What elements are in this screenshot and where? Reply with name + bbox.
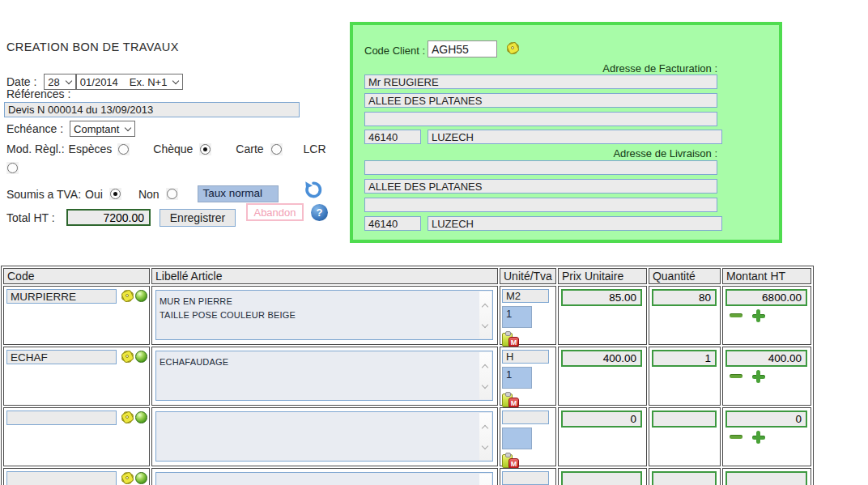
radio-tva-non[interactable]	[166, 188, 178, 200]
help-icon[interactable]: ?	[311, 204, 328, 221]
taux-select[interactable]: Taux normal	[198, 185, 279, 202]
tva-select[interactable]: 1	[502, 367, 532, 389]
scroll-up-icon[interactable]	[482, 425, 488, 432]
unite-input[interactable]	[502, 289, 549, 303]
quantite-input[interactable]	[652, 471, 717, 485]
radio-tva-oui[interactable]	[109, 188, 121, 200]
scroll-up-icon[interactable]	[482, 364, 488, 371]
prix-unitaire-input[interactable]	[561, 289, 642, 306]
tarif-m-icon[interactable]: M	[502, 391, 521, 409]
table-row: M	[3, 407, 811, 466]
montant-input[interactable]	[725, 289, 807, 306]
libelle-textarea[interactable]	[156, 473, 479, 485]
radio-carte[interactable]	[270, 143, 283, 155]
echeance-label: Echéance :	[6, 122, 63, 135]
facturation-city-input[interactable]	[428, 130, 722, 144]
code-input[interactable]	[6, 350, 117, 364]
libelle-field[interactable]	[155, 472, 493, 485]
code-input[interactable]	[6, 411, 117, 425]
code-input[interactable]	[6, 471, 117, 485]
header-quantite: Quantité	[649, 268, 721, 284]
gear-icon[interactable]	[506, 41, 520, 55]
table-row: ECHAFAUDAGE 1 M	[3, 347, 811, 406]
radio-especes[interactable]	[117, 143, 130, 155]
page-title: CREATION BON DE TRAVAUX	[6, 40, 179, 53]
gear-icon[interactable]	[121, 411, 134, 424]
unite-input[interactable]	[502, 350, 549, 364]
montant-input[interactable]	[725, 471, 807, 485]
livraison-line2-input[interactable]	[364, 179, 717, 194]
facturation-cp-input[interactable]	[364, 130, 421, 144]
libelle-field[interactable]: ECHAFAUDAGE	[155, 351, 493, 401]
livraison-city-input[interactable]	[428, 216, 722, 231]
abandon-button[interactable]: Abandon	[246, 203, 304, 221]
tva-label: Soumis a TVA:	[6, 188, 81, 201]
references-input[interactable]	[4, 102, 300, 117]
echeance-select[interactable]: Comptant	[70, 121, 135, 137]
tva-select[interactable]	[502, 428, 532, 449]
code-client-input[interactable]	[428, 40, 497, 57]
unite-input[interactable]	[502, 471, 549, 485]
livraison-cp-input[interactable]	[364, 216, 421, 231]
quantite-input[interactable]	[652, 350, 717, 367]
minus-icon[interactable]	[730, 374, 742, 378]
minus-icon[interactable]	[730, 435, 742, 439]
montant-input[interactable]	[725, 411, 807, 428]
save-button[interactable]: Enregistrer	[160, 209, 236, 227]
header-unite: Unité/Tva	[500, 268, 556, 284]
green-ball-icon[interactable]	[135, 472, 147, 484]
green-ball-icon[interactable]	[135, 411, 147, 423]
scroll-up-icon[interactable]	[482, 304, 488, 310]
plus-icon[interactable]	[752, 370, 765, 383]
date-monthyear-select[interactable]: 01/2014 Ex. N+1	[76, 74, 184, 90]
scroll-down-icon[interactable]	[482, 321, 488, 328]
unite-input[interactable]	[502, 411, 549, 424]
client-panel: Code Client : Adresse de Facturation : A…	[350, 22, 782, 243]
scrollbar[interactable]	[479, 413, 491, 460]
facturation-line3-input[interactable]	[364, 112, 717, 126]
scrollbar[interactable]	[479, 291, 491, 338]
plus-icon[interactable]	[752, 431, 765, 444]
scroll-down-icon[interactable]	[482, 443, 488, 449]
header-montant: Montant HT	[722, 268, 811, 284]
table-row: M	[3, 468, 811, 485]
gear-icon[interactable]	[121, 471, 134, 485]
header-libelle: Libellé Article	[151, 268, 498, 284]
tarif-m-icon[interactable]: M	[502, 330, 521, 348]
tva-row: Soumis a TVA: Oui Non Taux normal	[6, 185, 279, 202]
facturation-line2-input[interactable]	[364, 93, 717, 108]
tarif-m-icon[interactable]: M	[502, 452, 521, 470]
radio-lcr[interactable]	[6, 162, 19, 174]
tva-select[interactable]: 1	[502, 306, 532, 328]
libelle-textarea[interactable]: MUR EN PIERRE TAILLE POSE COULEUR BEIGE	[156, 291, 479, 339]
prix-unitaire-input[interactable]	[561, 471, 642, 485]
green-ball-icon[interactable]	[135, 351, 147, 363]
gear-icon[interactable]	[121, 289, 134, 303]
livraison-line3-input[interactable]	[364, 198, 717, 212]
total-input[interactable]	[66, 209, 151, 226]
minus-icon[interactable]	[730, 313, 742, 317]
quantite-input[interactable]	[652, 289, 717, 306]
scrollbar[interactable]	[479, 474, 491, 485]
libelle-textarea[interactable]	[156, 412, 479, 461]
undo-icon[interactable]	[304, 181, 322, 199]
page: { "page": { "title": "CREATION BON DE TR…	[0, 0, 868, 485]
radio-cheque[interactable]	[199, 143, 211, 155]
prix-unitaire-input[interactable]	[561, 350, 642, 367]
scrollbar[interactable]	[479, 352, 491, 399]
plus-icon[interactable]	[752, 309, 765, 322]
livraison-line1-input[interactable]	[364, 160, 717, 175]
prix-unitaire-input[interactable]	[561, 411, 642, 428]
code-input[interactable]	[6, 289, 117, 304]
scroll-down-icon[interactable]	[482, 382, 488, 389]
libelle-field[interactable]: MUR EN PIERRE TAILLE POSE COULEUR BEIGE	[155, 290, 493, 340]
date-exercise-value: Ex. N+1	[130, 76, 168, 88]
libelle-textarea[interactable]: ECHAFAUDAGE	[156, 351, 479, 400]
green-ball-icon[interactable]	[135, 290, 147, 302]
libelle-field[interactable]	[155, 411, 493, 462]
date-monthyear-value: 01/2014	[80, 76, 118, 88]
gear-icon[interactable]	[121, 350, 134, 364]
quantite-input[interactable]	[652, 411, 717, 428]
facturation-line1-input[interactable]	[364, 74, 717, 89]
montant-input[interactable]	[725, 350, 807, 367]
